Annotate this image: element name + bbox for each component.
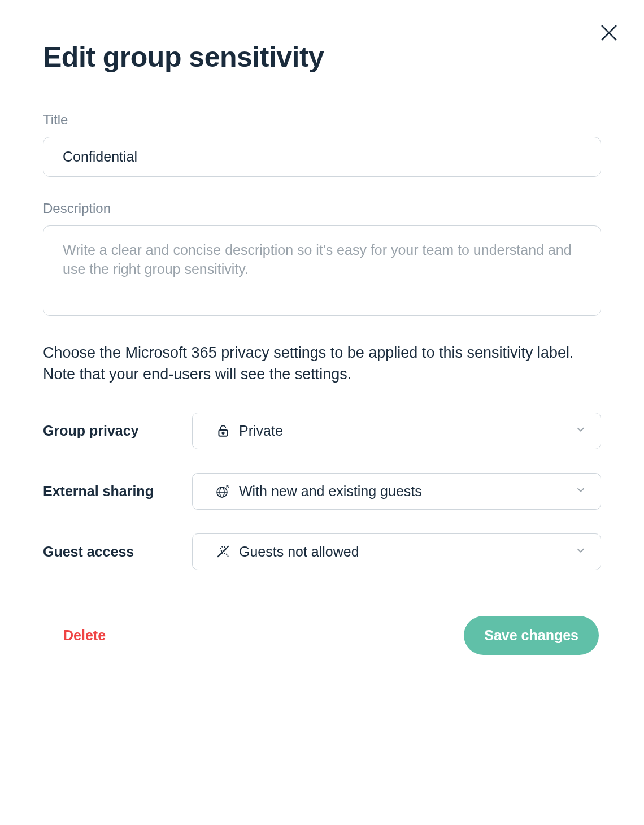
chevron-down-icon bbox=[575, 423, 587, 438]
save-changes-button[interactable]: Save changes bbox=[464, 616, 599, 655]
dialog-title: Edit group sensitivity bbox=[43, 41, 601, 73]
guest-access-label: Guest access bbox=[43, 544, 192, 560]
delete-button[interactable]: Delete bbox=[63, 627, 106, 644]
guest-access-value: Guests not allowed bbox=[239, 544, 359, 560]
external-sharing-select[interactable]: N With new and existing guests bbox=[192, 473, 601, 510]
svg-text:N: N bbox=[226, 484, 230, 489]
svg-line-9 bbox=[217, 546, 229, 557]
external-sharing-value: With new and existing guests bbox=[239, 483, 422, 500]
group-privacy-label: Group privacy bbox=[43, 423, 192, 439]
group-privacy-value: Private bbox=[239, 423, 283, 439]
chevron-down-icon bbox=[575, 544, 587, 559]
chevron-down-icon bbox=[575, 484, 587, 498]
description-field-group: Description bbox=[43, 201, 601, 318]
info-line-2: Note that your end-users will see the se… bbox=[43, 366, 351, 383]
group-privacy-row: Group privacy Private bbox=[43, 412, 601, 449]
group-privacy-select[interactable]: Private bbox=[192, 412, 601, 449]
close-icon bbox=[599, 23, 619, 42]
title-label: Title bbox=[43, 112, 601, 128]
external-sharing-row: External sharing N With new and existing… bbox=[43, 473, 601, 510]
info-text: Choose the Microsoft 365 privacy setting… bbox=[43, 342, 601, 385]
user-crossed-icon bbox=[215, 544, 231, 559]
footer-divider bbox=[43, 594, 601, 594]
globe-new-icon: N bbox=[215, 483, 231, 499]
svg-rect-2 bbox=[219, 430, 227, 436]
close-button[interactable] bbox=[598, 21, 620, 44]
guest-access-select[interactable]: Guests not allowed bbox=[192, 533, 601, 570]
title-field-group: Title bbox=[43, 112, 601, 177]
guest-access-row: Guest access Guests not allowed bbox=[43, 533, 601, 570]
lock-icon bbox=[215, 423, 231, 438]
external-sharing-label: External sharing bbox=[43, 483, 192, 500]
description-label: Description bbox=[43, 201, 601, 216]
description-textarea[interactable] bbox=[43, 225, 601, 316]
title-input[interactable] bbox=[43, 137, 601, 177]
edit-sensitivity-dialog: Edit group sensitivity Title Description… bbox=[0, 0, 644, 678]
info-line-1: Choose the Microsoft 365 privacy setting… bbox=[43, 344, 574, 361]
dialog-footer: Delete Save changes bbox=[43, 616, 601, 678]
svg-point-3 bbox=[222, 432, 224, 434]
